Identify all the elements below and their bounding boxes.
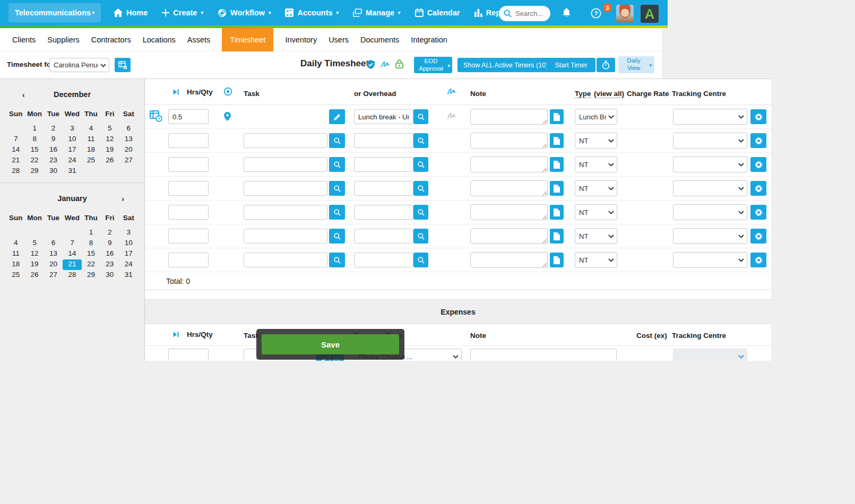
eod-approval-button[interactable]: EOD Approval ▾ <box>414 57 452 73</box>
calendar-day[interactable]: 8 <box>82 238 100 249</box>
overhead-search-button[interactable] <box>413 253 428 267</box>
timesheet-user-select[interactable]: Carolina Penuela <box>49 58 109 72</box>
task-search-button[interactable] <box>329 157 345 172</box>
note-textarea[interactable] <box>470 180 548 196</box>
nav2-item-inventory[interactable]: Inventory <box>285 36 317 44</box>
row-settings-button[interactable] <box>750 205 766 220</box>
nav2-item-timesheet[interactable]: Timesheet <box>222 28 273 51</box>
calendar-day[interactable]: 13 <box>119 134 138 145</box>
row-settings-button[interactable] <box>750 133 766 148</box>
calendar-day[interactable]: 16 <box>100 249 119 259</box>
overhead-search-button[interactable] <box>413 205 428 220</box>
calendar-prev-arrow[interactable]: ‹ <box>22 91 25 99</box>
view-mode-button[interactable]: Daily View ▾ <box>618 56 654 73</box>
overhead-input[interactable] <box>354 229 413 244</box>
note-document-button[interactable] <box>550 229 564 244</box>
signature-icon[interactable] <box>447 88 457 95</box>
calendar-day[interactable]: 27 <box>119 155 138 166</box>
target-icon[interactable] <box>223 87 232 96</box>
calendar-day[interactable]: 22 <box>82 259 100 270</box>
tracking-centre-select[interactable] <box>673 252 747 268</box>
avatar[interactable] <box>616 5 634 22</box>
calendar-day[interactable]: 16 <box>44 145 63 155</box>
calendar-day[interactable]: 3 <box>119 228 138 238</box>
overhead-search-button[interactable] <box>413 181 428 196</box>
overhead-search-button[interactable] <box>413 109 428 124</box>
search-input[interactable] <box>514 9 547 18</box>
calendar-day[interactable]: 14 <box>63 249 81 259</box>
calendar-day[interactable]: 21 <box>6 155 25 166</box>
calendar-day[interactable]: 31 <box>119 270 138 281</box>
org-selector[interactable]: Telecommunications ▾ <box>8 3 101 22</box>
nav-item-accounts[interactable]: Accounts ▾ <box>285 8 339 17</box>
calendar-day[interactable]: 27 <box>44 270 63 281</box>
tracking-centre-select[interactable] <box>673 180 747 196</box>
location-pin-icon[interactable] <box>224 112 231 121</box>
note-document-button[interactable] <box>550 181 564 196</box>
note-textarea[interactable] <box>470 133 548 149</box>
nav2-item-integration[interactable]: Integration <box>411 36 447 44</box>
nav2-item-suppliers[interactable]: Suppliers <box>47 36 79 44</box>
hrs-qty-input[interactable] <box>168 157 209 172</box>
stopwatch-button[interactable] <box>597 58 615 72</box>
tracking-centre-select[interactable] <box>673 228 747 244</box>
task-search-button[interactable] <box>329 181 345 196</box>
hrs-qty-input[interactable] <box>168 109 209 124</box>
help-icon[interactable]: ? <box>591 8 601 19</box>
task-search-button[interactable] <box>329 229 345 244</box>
calendar-day[interactable]: 8 <box>25 134 44 145</box>
calendar-day[interactable]: 23 <box>44 155 63 166</box>
expense-tracking-centre-select[interactable] <box>673 349 747 361</box>
type-select[interactable]: Lunch Bre <box>575 109 617 125</box>
tracking-centre-select[interactable] <box>673 204 747 220</box>
note-textarea[interactable] <box>470 109 548 125</box>
show-all-timers-button[interactable]: Show ALL Active Timers (10) <box>457 58 554 72</box>
calendar-day[interactable]: 9 <box>44 134 63 145</box>
hrs-qty-input[interactable] <box>168 133 209 148</box>
row-settings-button[interactable] <box>750 109 766 124</box>
type-select[interactable]: NT <box>575 204 617 220</box>
calendar-day[interactable]: 18 <box>82 145 100 155</box>
row-settings-button[interactable] <box>750 253 766 267</box>
nav-item-calendar[interactable]: Calendar <box>415 8 460 17</box>
task-search-button[interactable] <box>329 205 345 220</box>
overhead-input[interactable] <box>354 181 413 196</box>
calendar-day[interactable]: 10 <box>63 134 81 145</box>
overhead-search-button[interactable] <box>413 133 428 148</box>
nav-item-manage[interactable]: Manage ▾ <box>353 8 401 17</box>
calendar-day[interactable]: 1 <box>25 124 44 134</box>
view-all-link[interactable]: (view all) <box>594 90 624 98</box>
nav2-item-clients[interactable]: Clients <box>12 36 36 44</box>
lock-icon[interactable] <box>395 59 403 68</box>
calendar-day[interactable]: 30 <box>44 166 63 177</box>
tracking-centre-select[interactable] <box>673 157 747 172</box>
calendar-day[interactable]: 11 <box>6 249 25 259</box>
calendar-day-selected[interactable]: 21 <box>63 259 81 270</box>
calendar-day[interactable]: 3 <box>63 124 81 134</box>
task-input[interactable] <box>244 133 327 148</box>
task-input[interactable] <box>244 181 327 196</box>
calendar-day[interactable]: 12 <box>25 249 44 259</box>
tracking-centre-select[interactable] <box>673 133 747 149</box>
calendar-day[interactable]: 24 <box>63 155 81 166</box>
row-settings-button[interactable] <box>750 157 766 172</box>
note-document-button[interactable] <box>550 133 564 148</box>
calendar-day[interactable]: 1 <box>82 228 100 238</box>
nav-item-workflow[interactable]: Workflow ▾ <box>218 8 271 18</box>
calendar-day[interactable]: 7 <box>63 238 81 249</box>
hrs-qty-input[interactable] <box>168 253 209 267</box>
calendar-day[interactable]: 13 <box>44 249 63 259</box>
nav2-item-users[interactable]: Users <box>329 36 349 44</box>
calendar-day[interactable]: 25 <box>6 270 25 281</box>
calendar-day[interactable]: 31 <box>63 166 81 177</box>
row-settings-button[interactable] <box>750 181 766 196</box>
note-textarea[interactable] <box>470 204 548 220</box>
calendar-day[interactable]: 26 <box>25 270 44 281</box>
calendar-day[interactable]: 20 <box>119 145 138 155</box>
note-document-button[interactable] <box>550 109 564 124</box>
nav-item-home[interactable]: Home <box>114 8 148 17</box>
expense-note-input[interactable] <box>470 349 617 361</box>
timesheet-settings-button[interactable] <box>115 58 131 72</box>
calendar-day[interactable]: 17 <box>119 249 138 259</box>
skip-icon[interactable] <box>172 331 179 338</box>
